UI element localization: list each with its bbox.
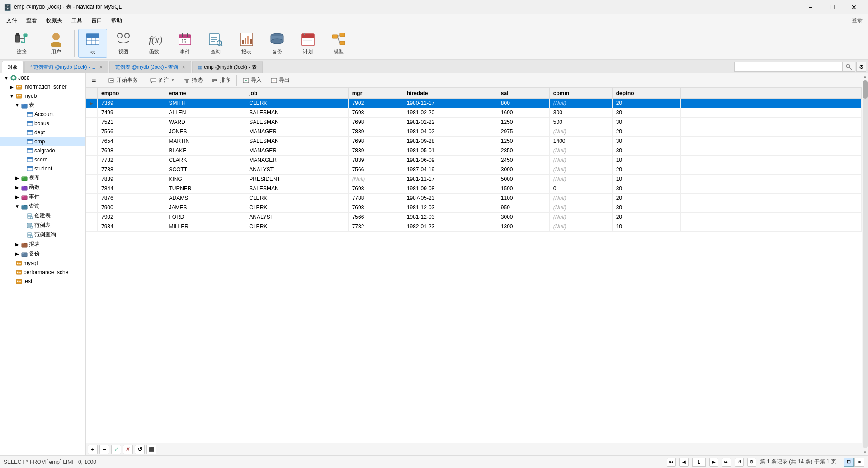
scroll-up-button[interactable]: ▲: [862, 73, 868, 80]
discard-record-button[interactable]: ✗: [123, 445, 133, 454]
cell-job[interactable]: ANALYST: [245, 165, 348, 175]
toolbar-user[interactable]: 用户: [42, 29, 71, 58]
cell-mgr[interactable]: 7698: [348, 203, 403, 213]
scroll-down-button[interactable]: ▼: [862, 449, 868, 455]
sidebar-item-tables-folder[interactable]: ▼ 表: [0, 100, 85, 110]
toolbar-connect[interactable]: 连接: [4, 29, 40, 58]
form-view-button[interactable]: ≡: [854, 458, 864, 467]
confirm-record-button[interactable]: ✓: [111, 445, 121, 454]
cell-hiredate[interactable]: 1981-09-08: [403, 184, 497, 194]
cell-mgr[interactable]: 7566: [348, 213, 403, 222]
toolbar-query[interactable]: 查询: [201, 29, 230, 58]
menu-help[interactable]: 帮助: [107, 15, 127, 26]
cell-ename[interactable]: MARTIN: [165, 137, 245, 146]
tab-objects[interactable]: 对象: [2, 61, 24, 73]
scroll-thumb[interactable]: [863, 80, 868, 99]
page-number-input[interactable]: [692, 458, 706, 467]
sidebar-item-student[interactable]: ▶ student: [0, 164, 85, 173]
cell-job[interactable]: SALESMAN: [245, 108, 348, 118]
cell-empno[interactable]: 7369: [98, 99, 165, 108]
cell-deptno[interactable]: 20: [612, 165, 680, 175]
cell-hiredate[interactable]: 1982-01-23: [403, 222, 497, 232]
cell-job[interactable]: CLERK: [245, 99, 348, 108]
table-row[interactable]: 7844TURNERSALESMAN76981981-09-081500030: [86, 184, 862, 194]
cell-ename[interactable]: TURNER: [165, 184, 245, 194]
cell-empno[interactable]: 7698: [98, 146, 165, 156]
cell-comm[interactable]: (Null): [549, 165, 612, 175]
cell-sal[interactable]: 2450: [497, 156, 549, 165]
cell-comm[interactable]: 1400: [549, 137, 612, 146]
cell-sal[interactable]: 1100: [497, 194, 549, 203]
menu-tools[interactable]: 工具: [67, 15, 87, 26]
table-row[interactable]: 7499ALLENSALESMAN76981981-02-20160030030: [86, 108, 862, 118]
menu-button[interactable]: ≡: [88, 75, 100, 86]
cell-hiredate[interactable]: 1980-12-17: [403, 99, 497, 108]
cell-ename[interactable]: BLAKE: [165, 146, 245, 156]
table-row[interactable]: 7902FORDANALYST75661981-12-033000(Null)2…: [86, 213, 862, 222]
cell-mgr[interactable]: 7698: [348, 184, 403, 194]
table-row[interactable]: 7782CLARKMANAGER78391981-06-092450(Null)…: [86, 156, 862, 165]
maximize-button[interactable]: ☐: [822, 0, 843, 14]
cell-deptno[interactable]: 20: [612, 127, 680, 137]
nav-next-button[interactable]: ▶: [709, 458, 718, 467]
toolbar-report[interactable]: 报表: [232, 29, 261, 58]
cell-deptno[interactable]: 30: [612, 118, 680, 127]
cell-comm[interactable]: (Null): [549, 146, 612, 156]
col-sal-header[interactable]: sal: [497, 88, 549, 99]
sidebar-item-mysql[interactable]: ▶ mysql: [0, 259, 85, 268]
cell-job[interactable]: CLERK: [245, 203, 348, 213]
cell-comm[interactable]: 500: [549, 118, 612, 127]
cell-ename[interactable]: JONES: [165, 127, 245, 137]
nav-settings-button[interactable]: ⚙: [747, 458, 756, 467]
cell-empno[interactable]: 7788: [98, 165, 165, 175]
cell-empno[interactable]: 7934: [98, 222, 165, 232]
cell-sal[interactable]: 2975: [497, 127, 549, 137]
sidebar-item-bonus[interactable]: ▶ bonus: [0, 119, 85, 128]
cell-hiredate[interactable]: 1981-02-22: [403, 118, 497, 127]
cell-mgr[interactable]: 7566: [348, 165, 403, 175]
cell-job[interactable]: CLERK: [245, 222, 348, 232]
cell-deptno[interactable]: 30: [612, 108, 680, 118]
cell-comm[interactable]: (Null): [549, 175, 612, 184]
toolbar-table[interactable]: 表: [78, 29, 107, 58]
menu-favorites[interactable]: 收藏夹: [42, 15, 67, 26]
cell-hiredate[interactable]: 1987-05-23: [403, 194, 497, 203]
table-row[interactable]: 7876ADAMSCLERK77881987-05-231100(Null)20: [86, 194, 862, 203]
cell-empno[interactable]: 7902: [98, 213, 165, 222]
cell-empno[interactable]: 7844: [98, 184, 165, 194]
cell-hiredate[interactable]: 1987-04-19: [403, 165, 497, 175]
toolbar-function[interactable]: f(x) 函数: [140, 29, 169, 58]
toolbar-view[interactable]: 视图: [109, 29, 138, 58]
cell-sal[interactable]: 3000: [497, 213, 549, 222]
right-scrollbar[interactable]: ▲ ▼: [862, 73, 868, 455]
begin-transaction-button[interactable]: 开始事务: [104, 75, 142, 86]
cell-empno[interactable]: 7782: [98, 156, 165, 165]
col-ename-header[interactable]: ename: [165, 88, 245, 99]
cell-ename[interactable]: WARD: [165, 118, 245, 127]
cell-comm[interactable]: 0: [549, 184, 612, 194]
sidebar-item-account[interactable]: ▶ Account: [0, 110, 85, 119]
cell-deptno[interactable]: 30: [612, 146, 680, 156]
sidebar-item-functions-folder[interactable]: ▶ 函数: [0, 183, 85, 192]
close-button[interactable]: ✕: [844, 0, 864, 14]
cell-deptno[interactable]: 20: [612, 194, 680, 203]
sidebar-item-reports-folder[interactable]: ▶ 报表: [0, 240, 85, 249]
tab-search-input[interactable]: [734, 62, 843, 72]
table-row[interactable]: 7934MILLERCLERK77821982-01-231300(Null)1…: [86, 222, 862, 232]
refresh-records-button[interactable]: ↺: [135, 445, 145, 454]
cell-job[interactable]: PRESIDENT: [245, 175, 348, 184]
table-row[interactable]: 7654MARTINSALESMAN76981981-09-2812501400…: [86, 137, 862, 146]
cell-mgr[interactable]: 7839: [348, 127, 403, 137]
cell-job[interactable]: ANALYST: [245, 213, 348, 222]
cell-sal[interactable]: 1250: [497, 137, 549, 146]
menu-window[interactable]: 窗口: [87, 15, 107, 26]
cell-sal[interactable]: 1250: [497, 118, 549, 127]
toolbar-backup[interactable]: 备份: [263, 29, 292, 58]
nav-prev-button[interactable]: ◀: [679, 458, 689, 467]
cell-deptno[interactable]: 10: [612, 175, 680, 184]
cell-job[interactable]: MANAGER: [245, 146, 348, 156]
cell-empno[interactable]: 7566: [98, 127, 165, 137]
menu-view[interactable]: 查看: [22, 15, 42, 26]
cell-comm[interactable]: (Null): [549, 99, 612, 108]
cell-job[interactable]: CLERK: [245, 194, 348, 203]
